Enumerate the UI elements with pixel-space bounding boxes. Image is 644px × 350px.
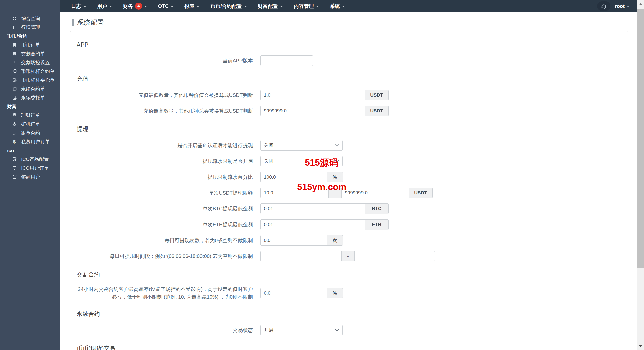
title-accent-bar (72, 19, 74, 26)
row-recharge-min: 充值最低数量，其他币种价值会被换算成USDT判断 USDT (77, 90, 628, 100)
document-clock-icon (11, 78, 18, 82)
row-app-version: 当前APP版本 (77, 55, 628, 66)
clipboard-icon (11, 60, 18, 65)
withdraw-time-end-input[interactable] (354, 251, 435, 261)
section-heading-spot: 币币(现货)交易 (77, 344, 628, 350)
sidebar-item-checkin-users[interactable]: 签到用户 (0, 172, 60, 181)
daily-withdraw-count-input[interactable] (260, 235, 327, 246)
user-menu[interactable]: root (615, 3, 629, 9)
field-label: 每日可提现次数，若为0或空则不做限制 (77, 237, 253, 244)
range-separator: - (341, 251, 355, 261)
withdraw-flow-percent-input[interactable] (260, 172, 327, 182)
row-withdraw-flow-limit-enabled: 提现流水限制是否开启 关闭 (77, 156, 628, 166)
sidebar-item-margin-entrust-orders[interactable]: 币币杠杆委托单 (0, 76, 60, 84)
unit-addon: BTC (365, 203, 389, 214)
perpetual-trade-status-select[interactable]: 开启 (260, 325, 343, 335)
sidebar-item-delivery-risk-settings[interactable]: 交割场控设置 (0, 58, 60, 67)
database-icon (11, 113, 18, 117)
caret-down-icon (316, 6, 319, 7)
sidebar-item-overview-query[interactable]: 综合查询 (0, 14, 60, 23)
sidebar-item-label: 矿机订单 (21, 121, 40, 127)
delivery-max-win-rate-input[interactable] (260, 288, 327, 298)
sidebar-item-market-management[interactable]: 行情管理 (0, 23, 60, 32)
field-label: 单次BTC提现最低金额 (77, 205, 253, 213)
pen-square-icon (11, 175, 18, 179)
sidebar-group-ico: ico (0, 146, 60, 155)
sidebar-item-perpetual-contract-orders[interactable]: 永续合约单 (0, 84, 60, 93)
select-value: 关闭 (264, 142, 273, 149)
scroll-up-arrow-icon[interactable] (639, 3, 642, 5)
section-heading-withdraw: 提现 (77, 125, 628, 133)
nav-item-label: 内容管理 (294, 3, 314, 10)
caret-down-icon (144, 6, 147, 7)
unit-addon: USDT (409, 188, 433, 198)
sidebar-group-label: 财富 (7, 103, 17, 110)
sidebar-item-private-fund-orders[interactable]: $ 私募用户订单 (0, 137, 60, 146)
nav-item-coin-contract-config[interactable]: 币币/合约配置 (205, 0, 252, 12)
unit-addon: USDT (365, 90, 389, 100)
section-heading-recharge: 充值 (77, 75, 628, 83)
row-usdt-withdraw-range: 单次USDT提现限额 - USDT (77, 188, 628, 198)
withdraw-flow-limit-select[interactable]: 关闭 (260, 156, 343, 166)
top-navbar: 日志 用户 财务 4 OTC 报表 币币/合约配置 财富配置 内容 (0, 0, 637, 12)
sidebar-item-coin-orders[interactable]: 币币订单 (0, 40, 60, 49)
app-version-input[interactable] (260, 55, 313, 66)
sidebar-item-label: 交割场控设置 (21, 59, 50, 66)
sidebar-group-coin-contract: 币币/合约 (0, 32, 60, 40)
row-recharge-max: 充值最高数量，其他币种总会被换算成USDT判断 USDT (77, 106, 628, 116)
sidebar-item-label: 签到用户 (21, 174, 40, 180)
sidebar-item-label: 币币杠杆委托单 (21, 77, 55, 83)
sidebar-item-margin-contract-orders[interactable]: 币币杠杆合约单 (0, 67, 60, 76)
sidebar-item-label: 私募用户订单 (21, 139, 50, 145)
sidebar-item-label: 理财订单 (21, 112, 40, 119)
sidebar-item-perpetual-entrust-orders[interactable]: 永续委托单 (0, 93, 60, 102)
nav-item-reports[interactable]: 报表 (179, 0, 205, 12)
unit-addon: % (327, 288, 343, 298)
nav-item-label: OTC (158, 3, 169, 9)
row-btc-withdraw-min: 单次BTC提现最低金额 BTC (77, 203, 628, 214)
usdt-withdraw-max-input[interactable] (341, 188, 409, 198)
vertical-scrollbar[interactable] (637, 0, 644, 350)
scrollbar-thumb[interactable] (637, 9, 644, 268)
row-daily-withdraw-time-range: 每日可提现时间段：例如*(06:06:06-18:00:00),若为空则不做限制… (77, 251, 628, 261)
recharge-max-input[interactable] (260, 106, 365, 116)
nav-item-label: 报表 (184, 3, 194, 10)
sidebar-item-delivery-contract-orders[interactable]: 交割合约单 (0, 49, 60, 58)
nav-item-label: 日志 (71, 3, 81, 10)
withdraw-time-start-input[interactable] (260, 251, 342, 261)
bookmark-icon (11, 43, 18, 47)
field-label: 交易状态 (77, 326, 253, 334)
nav-item-content-management[interactable]: 内容管理 (288, 0, 324, 12)
eth-withdraw-min-input[interactable] (260, 219, 365, 230)
usdt-withdraw-min-input[interactable] (260, 188, 329, 198)
sidebar-item-label: 币币订单 (21, 42, 40, 48)
nav-item-label: 财务 (123, 3, 133, 10)
sidebar-item-wealth-orders[interactable]: 理财订单 (0, 111, 60, 120)
select-value: 关闭 (264, 158, 273, 164)
btc-withdraw-min-input[interactable] (260, 203, 365, 214)
field-label: 提现限制流水百分比 (77, 173, 253, 181)
section-heading-perpetual: 永续合约 (77, 310, 628, 318)
sidebar-item-copy-trade-contract[interactable]: 跟单合约 (0, 128, 60, 137)
caret-down-icon (627, 6, 629, 7)
nav-item-users[interactable]: 用户 (92, 0, 117, 12)
select-value: 开启 (264, 327, 273, 333)
sidebar-item-ico-user-orders[interactable]: ICO用户订单 (0, 164, 60, 172)
nav-item-wealth-config[interactable]: 财富配置 (252, 0, 288, 12)
sidebar-item-ico-product-config[interactable]: ICO产品配置 (0, 155, 60, 164)
support-button[interactable] (597, 1, 610, 11)
nav-item-system[interactable]: 系统 (324, 0, 350, 12)
row-delivery-max-win-rate: 24小时内交割合约客户最高赢率(设置了场控的不受影响)，高于设定的值时客户必亏，… (77, 285, 628, 301)
chevron-down-icon (335, 158, 339, 162)
nav-item-logs[interactable]: 日志 (66, 0, 92, 12)
nav-item-otc[interactable]: OTC (152, 0, 179, 12)
withdraw-auth-select[interactable]: 关闭 (260, 140, 343, 151)
scroll-down-arrow-icon[interactable] (639, 345, 642, 347)
nav-item-finance[interactable]: 财务 4 (117, 0, 152, 12)
field-label: 单次USDT提现限额 (77, 189, 253, 197)
sidebar-item-miner-orders[interactable]: 矿机订单 (0, 120, 60, 128)
recharge-min-input[interactable] (260, 90, 365, 100)
sidebar-item-label: ICO用户订单 (21, 165, 49, 171)
range-separator: - (328, 188, 342, 198)
monitor-icon (11, 166, 18, 170)
